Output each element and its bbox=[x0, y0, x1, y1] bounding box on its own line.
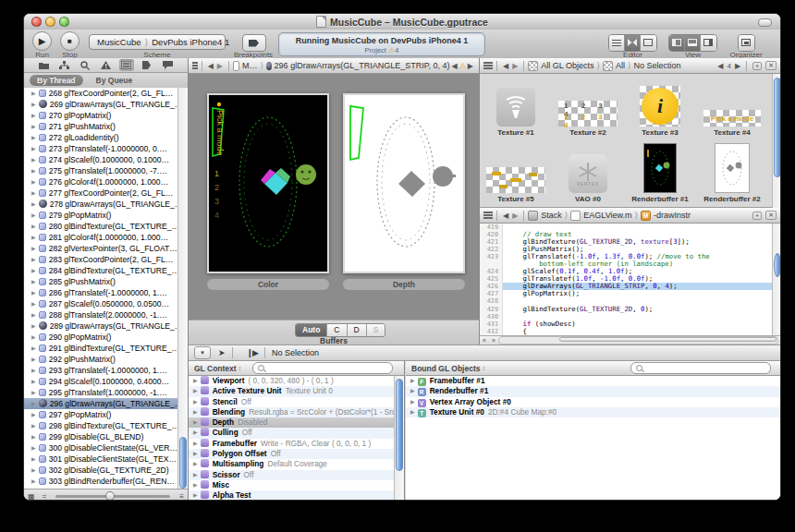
gl-call-row-288[interactable]: ▶288 glTranslatef(2.0000000, -1.… bbox=[24, 309, 188, 320]
bound-object-row-vertex-array-object-0[interactable]: ▶VVertex Array Object #0 bbox=[406, 397, 781, 407]
disclosure-triangle-icon[interactable]: ▶ bbox=[31, 401, 36, 406]
gl-call-row-287[interactable]: ▶287 glScalef(0.0500000, 0.0500… bbox=[24, 298, 188, 309]
breakpoints-button[interactable] bbox=[242, 34, 266, 52]
gl-context-scrollbar-thumb[interactable] bbox=[396, 379, 403, 471]
gl-call-row-292[interactable]: ▶292 glPushMatrix() bbox=[24, 354, 188, 365]
version-editor-button[interactable] bbox=[641, 35, 656, 51]
scheme-selector[interactable]: MusicCube⟩DevPubs iPhone4 1 bbox=[89, 34, 226, 50]
gl-object-vao-0[interactable]: VERTEXVAO #0 bbox=[552, 140, 624, 206]
gl-object-renderbuffer-1[interactable]: Renderbuffer #1 bbox=[624, 140, 696, 206]
assistant-back-button[interactable]: ◀ bbox=[503, 62, 508, 70]
gl-context-row-scissor[interactable]: ▶ScissorOff bbox=[189, 470, 394, 480]
gl-call-row-286[interactable]: ▶286 glTranslatef(-1.0000000, 1.… bbox=[24, 287, 188, 298]
gl-call-row-281[interactable]: ▶281 glColor4f(1.0000000, 1.000… bbox=[24, 232, 188, 243]
gl-call-row-271[interactable]: ▶271 glPushMatrix() bbox=[24, 121, 188, 132]
disclosure-triangle-icon[interactable]: ▶ bbox=[31, 235, 36, 240]
gl-context-row-misc[interactable]: ▶Misc bbox=[189, 480, 394, 490]
gl-call-row-272[interactable]: ▶272 glLoadIdentity() bbox=[24, 132, 188, 143]
disclosure-triangle-icon[interactable]: ▶ bbox=[31, 423, 36, 429]
disclosure-triangle-icon[interactable]: ▶ bbox=[31, 390, 36, 395]
next-counterpart-button[interactable]: ▶ bbox=[735, 62, 740, 70]
objects-scrollbar[interactable] bbox=[772, 74, 781, 208]
gl-context-row-polygon-offset[interactable]: ▶Polygon OffsetOff bbox=[189, 449, 394, 459]
breakpoint-navigator-icon[interactable] bbox=[140, 59, 154, 71]
jumpbar-stack[interactable]: Stack bbox=[541, 211, 562, 220]
related-items-icon-2[interactable] bbox=[483, 62, 493, 69]
disclosure-triangle-icon[interactable]: ▶ bbox=[31, 135, 36, 140]
jumpbar-method[interactable]: -drawInstr bbox=[654, 211, 691, 220]
related-items-icon-3[interactable] bbox=[483, 212, 493, 219]
color-buffer-label[interactable]: Color bbox=[207, 279, 329, 290]
disclosure-triangle-icon[interactable]: ▶ bbox=[31, 157, 36, 163]
disclosure-triangle-icon[interactable]: ▶ bbox=[31, 334, 36, 340]
navigator-scrollbar-thumb[interactable] bbox=[179, 437, 187, 489]
disclosure-triangle-icon[interactable]: ▶ bbox=[31, 279, 36, 284]
gl-call-row-285[interactable]: ▶285 glPushMatrix() bbox=[24, 276, 188, 287]
gl-call-row-293[interactable]: ▶293 glTranslatef(-1.0000000, 1.… bbox=[24, 365, 188, 376]
disclosure-triangle-icon[interactable]: ▶ bbox=[31, 312, 36, 318]
gl-call-row-283[interactable]: ▶283 glTexCoordPointer(2, GL_FL… bbox=[24, 254, 188, 265]
title-bar[interactable]: MusicCube – MusicCube.gputrace bbox=[24, 14, 780, 30]
disclosure-triangle-icon[interactable]: ▶ bbox=[31, 124, 36, 129]
disclosure-triangle-icon[interactable]: ▶ bbox=[410, 388, 415, 393]
gl-call-row-280[interactable]: ▶280 glBindTexture(GL_TEXTURE_… bbox=[24, 221, 188, 232]
disclosure-triangle-icon[interactable]: ▶ bbox=[31, 168, 36, 174]
gl-context-scrollbar[interactable] bbox=[394, 376, 404, 501]
disclosure-triangle-icon[interactable]: ▶ bbox=[31, 179, 36, 185]
bound-objects-search-field[interactable] bbox=[630, 362, 771, 374]
gl-object-texture-4[interactable]: Pick a modeTexture #4 bbox=[696, 74, 768, 139]
disclosure-triangle-icon[interactable]: ▶ bbox=[193, 441, 198, 446]
gl-call-row-270[interactable]: ▶270 glPopMatrix() bbox=[24, 110, 188, 121]
log-navigator-icon[interactable] bbox=[161, 59, 176, 71]
code-scrollbar[interactable] bbox=[772, 224, 781, 335]
forward-button[interactable]: ▶ bbox=[217, 62, 223, 70]
organizer-button[interactable] bbox=[739, 35, 754, 51]
debug-view-button[interactable] bbox=[685, 35, 701, 51]
disclosure-triangle-icon[interactable]: ▶ bbox=[31, 190, 36, 196]
toolbar-toggle-lozenge[interactable] bbox=[758, 18, 772, 27]
bound-object-row-framebuffer-1[interactable]: ▶FFramebuffer #1 bbox=[406, 376, 781, 386]
gl-call-row-279[interactable]: ▶279 glPopMatrix() bbox=[24, 210, 188, 221]
jumpbar-call[interactable]: 296 glDrawArrays(GL_TRIANGLE_STRIP, 0, 4… bbox=[275, 61, 450, 70]
disclosure-triangle-icon[interactable]: ▶ bbox=[31, 368, 36, 373]
gl-context-row-culling[interactable]: ▶CullingOff bbox=[189, 428, 394, 438]
step-icon[interactable]: ❙▶ bbox=[247, 348, 258, 357]
disclosure-triangle-icon[interactable]: ▶ bbox=[193, 482, 198, 488]
disclosure-triangle-icon[interactable]: ▶ bbox=[31, 467, 36, 473]
disclosure-triangle-icon[interactable]: ▶ bbox=[193, 451, 198, 456]
disclosure-triangle-icon[interactable]: ▶ bbox=[193, 388, 198, 393]
buffer-segment-c[interactable]: C bbox=[327, 324, 347, 336]
utilities-view-button[interactable] bbox=[701, 35, 716, 51]
color-buffer-preview[interactable]: Pick a mode 1 2 3 4 bbox=[207, 93, 329, 273]
assistant-editor-button[interactable] bbox=[625, 35, 641, 51]
scope-tab-by-queue[interactable]: By Queue bbox=[89, 75, 141, 86]
depth-buffer-label[interactable]: Depth bbox=[343, 279, 465, 290]
prev-counterpart-button[interactable]: ◀ bbox=[717, 62, 723, 70]
symbol-navigator-icon[interactable] bbox=[57, 59, 72, 71]
gl-call-row-301[interactable]: ▶301 glDisableClientState(GL_TEX… bbox=[24, 453, 188, 465]
buffer-segment-s[interactable]: S bbox=[367, 324, 385, 336]
standard-editor-button[interactable] bbox=[609, 35, 625, 51]
gl-object-texture-5[interactable]: Texture #5 bbox=[480, 140, 552, 206]
sort-toggle-icon-2[interactable]: ↕ bbox=[482, 365, 485, 371]
gl-context-row-alpha-test[interactable]: ▶Alpha Test bbox=[189, 490, 394, 501]
gl-object-texture-1[interactable]: Texture #1 bbox=[480, 74, 552, 139]
buffer-segment-auto[interactable]: Auto bbox=[296, 324, 327, 336]
scroll-left-icon[interactable]: « bbox=[483, 337, 486, 344]
next-issue-button[interactable]: ▶ bbox=[468, 62, 473, 70]
disclosure-triangle-icon[interactable]: ▶ bbox=[31, 91, 36, 96]
code-scrollbar-thumb[interactable] bbox=[774, 253, 781, 277]
disclosure-triangle-icon[interactable]: ▶ bbox=[31, 257, 36, 262]
add-assistant-button[interactable]: + bbox=[752, 62, 762, 70]
jumpbar-all-gl-objects[interactable]: All GL Objects bbox=[541, 61, 593, 70]
disclosure-triangle-icon[interactable]: ▶ bbox=[31, 224, 36, 229]
disclosure-triangle-icon[interactable]: ▶ bbox=[31, 412, 36, 417]
gl-context-row-depth[interactable]: ▶DepthDisabled bbox=[189, 417, 394, 428]
disclosure-triangle-icon[interactable]: ▶ bbox=[31, 212, 36, 218]
disclosure-triangle-icon[interactable]: ▶ bbox=[31, 102, 36, 107]
gl-object-texture-3[interactable]: iTexture #3 bbox=[624, 74, 696, 139]
disclosure-triangle-icon[interactable]: ▶ bbox=[31, 323, 36, 329]
gl-call-row-290[interactable]: ▶290 glPopMatrix() bbox=[24, 332, 188, 343]
assistant-forward-button[interactable]: ▶ bbox=[512, 62, 518, 70]
gl-call-row-300[interactable]: ▶300 glDisableClientState(GL_VER… bbox=[24, 442, 188, 453]
